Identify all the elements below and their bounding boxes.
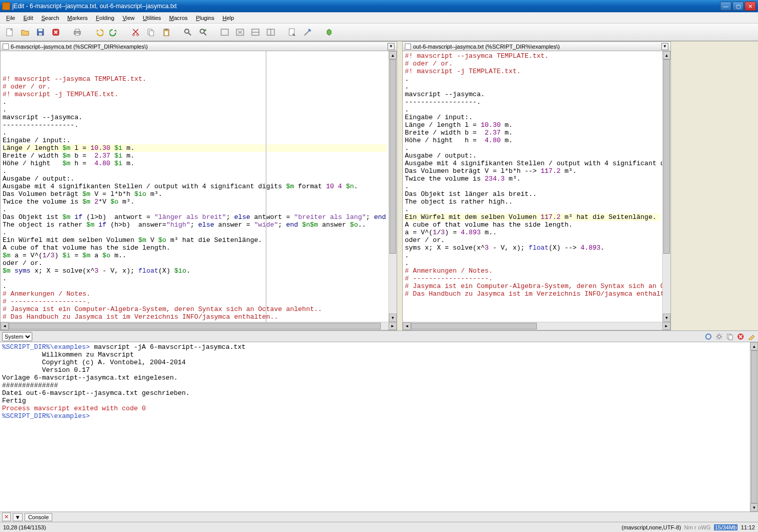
horizontal-scrollbar[interactable]: ◄ ► bbox=[1, 322, 397, 330]
code-line: . bbox=[405, 75, 660, 83]
editor-pane-left: 6-mavscript--jasymca.txt (%SCRIPT_DIR%\e… bbox=[0, 41, 397, 330]
menu-search[interactable]: Search bbox=[37, 14, 63, 22]
menu-view[interactable]: View bbox=[118, 14, 139, 22]
console-clear-icon[interactable] bbox=[747, 332, 756, 341]
code-line: . bbox=[405, 144, 660, 152]
console-menu-icon[interactable]: ▼ bbox=[13, 513, 23, 521]
code-line: Höhe / hight $m h = 4.80 $i m. bbox=[3, 160, 386, 167]
maximize-button[interactable]: ▢ bbox=[732, 2, 744, 11]
memory-indicator[interactable]: 15/34Mb bbox=[714, 524, 738, 530]
code-line: # Anmerkungen / Notes. bbox=[3, 290, 386, 298]
code-line: oder / or. bbox=[405, 236, 660, 244]
console-output[interactable]: %SCRIPT_DIR%\examples> mavscript -jA 6-m… bbox=[0, 342, 750, 512]
console-line: Process mavscript exited with code 0 bbox=[2, 405, 748, 412]
app-icon bbox=[2, 2, 10, 10]
buffer-tab-right[interactable]: out-6-mavscript--jasymca.txt (%SCRIPT_DI… bbox=[403, 42, 670, 51]
svg-point-17 bbox=[204, 29, 206, 31]
code-line: oder / or. bbox=[3, 259, 386, 267]
print-icon[interactable] bbox=[71, 26, 84, 39]
editor-split: 6-mavscript--jasymca.txt (%SCRIPT_DIR%\e… bbox=[0, 41, 758, 330]
split-horizontal-icon[interactable] bbox=[249, 26, 262, 39]
code-line: $m syms x; X = solve(x^3 - V, x); float(… bbox=[3, 267, 386, 275]
code-line: . bbox=[405, 106, 660, 114]
find-icon[interactable] bbox=[181, 26, 194, 39]
cut-icon[interactable] bbox=[129, 26, 142, 39]
open-file-icon[interactable] bbox=[18, 26, 32, 39]
close-button[interactable]: ✕ bbox=[745, 2, 756, 11]
find-replace-icon[interactable] bbox=[197, 26, 210, 39]
save-file-icon[interactable] bbox=[34, 26, 47, 39]
menu-file[interactable]: File bbox=[2, 14, 19, 22]
code-line: . bbox=[3, 206, 386, 213]
menu-utilities[interactable]: Utilities bbox=[139, 14, 165, 22]
code-line: $m a = V^(1/3) $i = $m a $o m.. bbox=[3, 252, 386, 259]
minimize-button[interactable]: — bbox=[720, 2, 731, 11]
vertical-scrollbar[interactable]: ▲ ▼ bbox=[388, 51, 397, 322]
unsplit-icon[interactable] bbox=[233, 26, 247, 39]
buffer-mode[interactable]: (mavscript,none,UTF-8) bbox=[622, 524, 681, 530]
code-line: # Das Handbuch zu Jasymca ist im Verzeic… bbox=[3, 313, 386, 321]
menu-plugins[interactable]: Plugins bbox=[192, 14, 219, 22]
code-line: syms x; X = solve(x^3 - V, x); float(X) … bbox=[405, 244, 660, 252]
code-editor-right[interactable]: #! mavscript --jasymca TEMPLATE.txt.# od… bbox=[403, 51, 662, 322]
copy-icon[interactable] bbox=[144, 26, 158, 39]
buffer-options-icon[interactable] bbox=[286, 26, 299, 39]
svg-rect-6 bbox=[75, 29, 79, 31]
code-line: a = V^(1/3) = 4.893 m.. bbox=[405, 229, 660, 236]
console-line: Datei out-6-mavscript--jasymca.txt gesch… bbox=[2, 389, 748, 397]
menu-help[interactable]: Help bbox=[219, 14, 239, 22]
code-line: ------------------. bbox=[405, 98, 660, 106]
vertical-scrollbar[interactable]: ▲ ▼ bbox=[662, 51, 670, 322]
new-file-icon[interactable] bbox=[3, 26, 16, 39]
svg-rect-11 bbox=[149, 31, 154, 36]
horizontal-scrollbar[interactable]: ◄ ► bbox=[403, 322, 670, 330]
svg-rect-3 bbox=[39, 33, 42, 35]
vertical-scrollbar[interactable]: ▲ ▼ bbox=[750, 342, 758, 512]
code-line: The object is rather $m if (h>b) answer=… bbox=[3, 221, 386, 229]
code-line: mavscript --jasymca. bbox=[405, 91, 660, 98]
code-line: mavscript --jasymca. bbox=[3, 114, 386, 121]
code-line: Ausgabe / output:. bbox=[405, 152, 660, 160]
menu-edit[interactable]: Edit bbox=[19, 14, 37, 22]
undo-icon[interactable] bbox=[92, 26, 105, 39]
menu-markers[interactable]: Markers bbox=[63, 14, 92, 22]
menu-folding[interactable]: Folding bbox=[92, 14, 118, 22]
pane-splitter[interactable] bbox=[397, 41, 400, 330]
code-line: . bbox=[405, 206, 660, 213]
editor-pane-right: out-6-mavscript--jasymca.txt (%SCRIPT_DI… bbox=[402, 41, 671, 330]
console-line: ############## bbox=[2, 382, 748, 389]
document-icon bbox=[3, 43, 9, 50]
code-line: Eingabe / input:. bbox=[3, 137, 386, 144]
console-settings-icon[interactable] bbox=[714, 332, 724, 341]
code-editor-left[interactable]: #! mavscript --jasymca TEMPLATE.txt.# od… bbox=[1, 51, 388, 322]
console-run-icon[interactable] bbox=[704, 332, 713, 341]
global-options-icon[interactable] bbox=[301, 26, 314, 39]
close-file-icon[interactable] bbox=[49, 26, 62, 39]
svg-point-26 bbox=[718, 335, 721, 338]
menu-macros[interactable]: Macros bbox=[165, 14, 192, 22]
code-line: ------------------. bbox=[3, 121, 386, 129]
buffer-dropdown-icon[interactable]: ▼ bbox=[387, 43, 395, 50]
code-line: Das Volumen beträgt V = l*b*h --> 117.2 … bbox=[405, 167, 660, 175]
code-line: . bbox=[3, 129, 386, 137]
console-close-icon[interactable]: ✕ bbox=[2, 513, 11, 521]
console-copy-icon[interactable] bbox=[725, 332, 734, 341]
code-line: # Jasymca ist ein Computer-Algebra-Syste… bbox=[405, 282, 660, 290]
split-vertical-icon[interactable] bbox=[264, 26, 277, 39]
buffer-tab-left[interactable]: 6-mavscript--jasymca.txt (%SCRIPT_DIR%\e… bbox=[1, 42, 397, 51]
paste-icon[interactable] bbox=[160, 26, 173, 39]
new-view-icon[interactable] bbox=[218, 26, 231, 39]
plugin-manager-icon[interactable] bbox=[322, 26, 336, 39]
code-line: Breite / width $m b = 2.37 $i m. bbox=[3, 152, 386, 160]
code-line: . bbox=[3, 167, 386, 175]
buffer-name-left: 6-mavscript--jasymca.txt (%SCRIPT_DIR%\e… bbox=[11, 43, 148, 50]
code-line: Twice the volume is $m 2*V $o m³. bbox=[3, 198, 386, 206]
shell-selector[interactable]: System bbox=[2, 332, 32, 341]
console-stop-icon[interactable] bbox=[736, 332, 745, 341]
code-line: Das Objekt ist länger als breit.. bbox=[405, 190, 660, 198]
code-line: Länge / length l = 10.30 m. bbox=[405, 121, 660, 129]
buffer-dropdown-icon[interactable]: ▼ bbox=[661, 43, 668, 50]
code-line: Eingabe / input:. bbox=[405, 114, 660, 121]
redo-icon[interactable] bbox=[107, 26, 121, 39]
console-tab[interactable]: Console bbox=[25, 513, 52, 521]
